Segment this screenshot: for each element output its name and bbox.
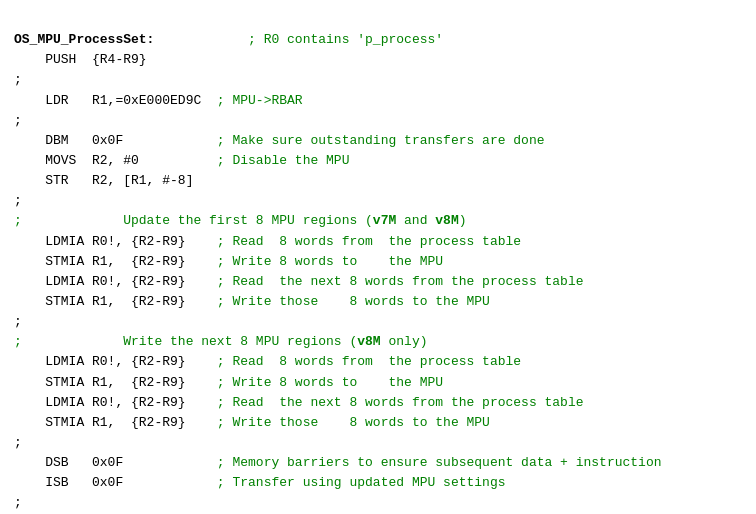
stmia3: STMIA R1, {R2-R9} ; Write 8 words to the… [14, 375, 443, 390]
blank2: ; [14, 113, 22, 128]
dbm-line: DBM 0x0F ; Make sure outstanding transfe… [14, 133, 545, 148]
comment-r0: ; R0 contains 'p_process' [154, 32, 443, 47]
blank4: ; [14, 314, 22, 329]
comment-next-8: ; Write the next 8 MPU regions (v8M only… [14, 334, 427, 349]
isb-line: ISB 0x0F ; Transfer using updated MPU se… [14, 475, 506, 490]
indent1: PUSH {R4-R9} [14, 52, 147, 67]
comment-update-first: ; Update the first 8 MPU regions (v7M an… [14, 213, 467, 228]
blank3: ; [14, 193, 22, 208]
str-line1: STR R2, [R1, #-8] [14, 173, 193, 188]
ldmia4: LDMIA R0!, {R2-R9} ; Read the next 8 wor… [14, 395, 584, 410]
ldmia2: LDMIA R0!, {R2-R9} ; Read the next 8 wor… [14, 274, 584, 289]
ldmia3: LDMIA R0!, {R2-R9} ; Read 8 words from t… [14, 354, 521, 369]
blank6: ; [14, 495, 22, 510]
stmia2: STMIA R1, {R2-R9} ; Write those 8 words … [14, 294, 490, 309]
dsb-line: DSB 0x0F ; Memory barriers to ensure sub… [14, 455, 662, 470]
code-view: OS_MPU_ProcessSet: ; R0 contains 'p_proc… [14, 10, 742, 514]
movs-disable: MOVS R2, #0 ; Disable the MPU [14, 153, 349, 168]
stmia1: STMIA R1, {R2-R9} ; Write 8 words to the… [14, 254, 443, 269]
ldr-line: LDR R1,=0xE000ED9C ; MPU->RBAR [14, 93, 303, 108]
blank5: ; [14, 435, 22, 450]
blank1: ; [14, 72, 22, 87]
label-OS_MPU_ProcessSet: OS_MPU_ProcessSet: [14, 32, 154, 47]
stmia4: STMIA R1, {R2-R9} ; Write those 8 words … [14, 415, 490, 430]
ldmia1: LDMIA R0!, {R2-R9} ; Read 8 words from t… [14, 234, 521, 249]
